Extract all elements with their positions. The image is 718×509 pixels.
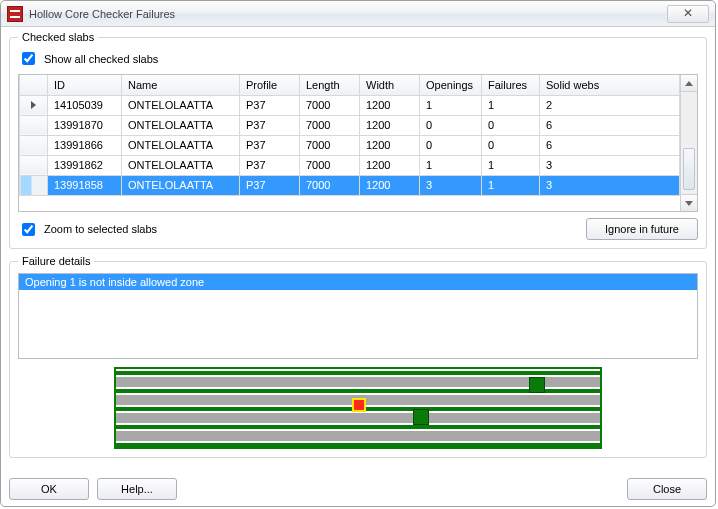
cell-width[interactable]: 1200	[360, 95, 420, 115]
diagram-web	[116, 389, 600, 393]
zoom-row: Zoom to selected slabs Ignore in future	[18, 218, 698, 240]
titlebar: Hollow Core Checker Failures ✕	[1, 1, 715, 27]
cell-openings[interactable]: 3	[420, 175, 482, 195]
cell-openings[interactable]: 1	[420, 95, 482, 115]
table-row[interactable]: 13991862ONTELOLAATTAP3770001200113	[20, 155, 680, 175]
cell-profile[interactable]: P37	[240, 115, 300, 135]
cell-name[interactable]: ONTELOLAATTA	[122, 155, 240, 175]
failure-details-legend: Failure details	[18, 255, 94, 267]
ignore-button[interactable]: Ignore in future	[586, 218, 698, 240]
checked-slabs-group: Checked slabs Show all checked slabs	[9, 31, 707, 249]
failure-listbox[interactable]: Opening 1 is not inside allowed zone	[18, 273, 698, 359]
cell-width[interactable]: 1200	[360, 175, 420, 195]
cell-failures[interactable]: 1	[482, 175, 540, 195]
table-body: 14105039ONTELOLAATTAP3770001200112139918…	[20, 95, 680, 195]
cell-failures[interactable]: 0	[482, 115, 540, 135]
col-solid[interactable]: Solid webs	[540, 75, 680, 95]
zoom-checkbox[interactable]	[22, 223, 35, 236]
cell-name[interactable]: ONTELOLAATTA	[122, 115, 240, 135]
cell-failures[interactable]: 1	[482, 95, 540, 115]
show-all-checkbox[interactable]	[22, 52, 35, 65]
dialog-window: Hollow Core Checker Failures ✕ Checked s…	[0, 0, 716, 507]
cell-openings[interactable]: 0	[420, 135, 482, 155]
opening-marker	[413, 409, 429, 425]
ok-button[interactable]: OK	[9, 478, 89, 500]
diagram-void	[116, 413, 600, 423]
table-header-row: ID Name Profile Length Width Openings Fa…	[20, 75, 680, 95]
failure-item[interactable]: Opening 1 is not inside allowed zone	[19, 274, 697, 290]
row-header[interactable]	[20, 155, 48, 175]
cell-solid[interactable]: 6	[540, 135, 680, 155]
show-all-row: Show all checked slabs	[18, 49, 698, 68]
cell-solid[interactable]: 2	[540, 95, 680, 115]
cell-width[interactable]: 1200	[360, 115, 420, 135]
opening-marker-fail	[352, 398, 366, 412]
solidweb-marker	[529, 377, 545, 393]
app-icon	[7, 6, 23, 22]
cell-id[interactable]: 13991858	[48, 175, 122, 195]
cell-length[interactable]: 7000	[300, 155, 360, 175]
slab-table-scroll[interactable]: ID Name Profile Length Width Openings Fa…	[19, 75, 680, 211]
col-openings[interactable]: Openings	[420, 75, 482, 95]
col-failures[interactable]: Failures	[482, 75, 540, 95]
diagram-web	[116, 443, 600, 447]
scroll-track[interactable]	[681, 92, 697, 194]
cell-openings[interactable]: 0	[420, 115, 482, 135]
cell-profile[interactable]: P37	[240, 135, 300, 155]
cell-length[interactable]: 7000	[300, 175, 360, 195]
row-header[interactable]	[20, 115, 48, 135]
zoom-label[interactable]: Zoom to selected slabs	[44, 223, 157, 235]
cell-openings[interactable]: 1	[420, 155, 482, 175]
col-width[interactable]: Width	[360, 75, 420, 95]
table-row[interactable]: 13991858ONTELOLAATTAP3770001200313	[20, 175, 680, 195]
show-all-label[interactable]: Show all checked slabs	[44, 53, 158, 65]
row-header[interactable]	[20, 95, 48, 115]
cell-length[interactable]: 7000	[300, 115, 360, 135]
scroll-up-icon[interactable]	[681, 75, 697, 92]
window-title: Hollow Core Checker Failures	[29, 8, 667, 20]
table-row[interactable]: 13991870ONTELOLAATTAP3770001200006	[20, 115, 680, 135]
cell-length[interactable]: 7000	[300, 135, 360, 155]
col-length[interactable]: Length	[300, 75, 360, 95]
cell-width[interactable]: 1200	[360, 155, 420, 175]
cell-solid[interactable]: 6	[540, 115, 680, 135]
cell-solid[interactable]: 3	[540, 155, 680, 175]
row-header[interactable]	[20, 135, 48, 155]
cell-name[interactable]: ONTELOLAATTA	[122, 175, 240, 195]
diagram-web	[116, 371, 600, 375]
row-header[interactable]	[20, 175, 48, 195]
col-name[interactable]: Name	[122, 75, 240, 95]
dialog-footer: OK Help... Close	[1, 476, 715, 506]
col-profile[interactable]: Profile	[240, 75, 300, 95]
col-id[interactable]: ID	[48, 75, 122, 95]
slab-table[interactable]: ID Name Profile Length Width Openings Fa…	[19, 75, 680, 196]
cell-name[interactable]: ONTELOLAATTA	[122, 95, 240, 115]
rowheader-corner	[20, 75, 48, 95]
cell-id[interactable]: 14105039	[48, 95, 122, 115]
table-row[interactable]: 13991866ONTELOLAATTAP3770001200006	[20, 135, 680, 155]
close-icon[interactable]: ✕	[667, 5, 709, 23]
cell-name[interactable]: ONTELOLAATTA	[122, 135, 240, 155]
cell-failures[interactable]: 1	[482, 155, 540, 175]
cell-profile[interactable]: P37	[240, 155, 300, 175]
checked-slabs-legend: Checked slabs	[18, 31, 98, 43]
scroll-down-icon[interactable]	[681, 194, 697, 211]
cell-solid[interactable]: 3	[540, 175, 680, 195]
cell-width[interactable]: 1200	[360, 135, 420, 155]
cell-profile[interactable]: P37	[240, 95, 300, 115]
slab-table-wrap: ID Name Profile Length Width Openings Fa…	[18, 74, 698, 212]
cell-failures[interactable]: 0	[482, 135, 540, 155]
table-scrollbar[interactable]	[680, 75, 697, 211]
diagram-void	[116, 377, 600, 387]
slab-diagram	[114, 367, 602, 449]
failure-details-group: Failure details Opening 1 is not inside …	[9, 255, 707, 458]
help-button[interactable]: Help...	[97, 478, 177, 500]
cell-profile[interactable]: P37	[240, 175, 300, 195]
cell-length[interactable]: 7000	[300, 95, 360, 115]
cell-id[interactable]: 13991862	[48, 155, 122, 175]
close-button[interactable]: Close	[627, 478, 707, 500]
table-row[interactable]: 14105039ONTELOLAATTAP3770001200112	[20, 95, 680, 115]
cell-id[interactable]: 13991870	[48, 115, 122, 135]
scroll-thumb[interactable]	[683, 148, 695, 190]
cell-id[interactable]: 13991866	[48, 135, 122, 155]
